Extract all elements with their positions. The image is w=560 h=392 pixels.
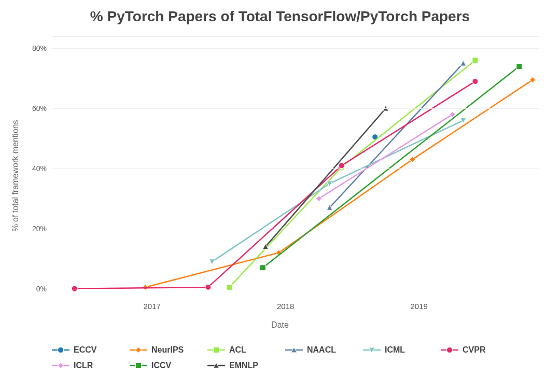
svg-point-24	[58, 347, 64, 353]
y-tick-label: 20%	[0, 225, 47, 233]
chart-legend: ECCV NeurIPS ACL NAACL ICML CVPR ICLR IC…	[52, 342, 539, 373]
legend-item-iccv[interactable]: ICCV	[130, 358, 207, 373]
series-line	[212, 120, 463, 261]
series-naacl[interactable]	[327, 61, 466, 211]
chart-root: % PyTorch Papers of Total TensorFlow/PyT…	[0, 0, 560, 392]
series-cvpr[interactable]	[72, 78, 478, 291]
svg-marker-26	[136, 347, 142, 353]
svg-marker-9	[460, 61, 466, 66]
legend-label: ACL	[229, 345, 246, 355]
series-line	[319, 115, 453, 199]
legend-label: CVPR	[463, 345, 485, 355]
series-emnlp[interactable]	[263, 106, 389, 249]
series-line	[263, 66, 519, 268]
series-iclr[interactable]	[316, 111, 456, 201]
gridline-h	[52, 289, 539, 289]
data-point[interactable]	[472, 78, 478, 84]
legend-label: EMNLP	[229, 361, 258, 370]
legend-item-naacl[interactable]: NAACL	[285, 342, 363, 358]
y-axis-label: % of total framework mentions	[11, 108, 20, 243]
y-tick-label: 60%	[0, 104, 47, 113]
gridline-h	[52, 48, 539, 49]
legend-marker-icon	[207, 361, 225, 370]
legend-label: ICML	[385, 345, 405, 355]
svg-rect-19	[260, 265, 265, 271]
x-tick-label: 2019	[411, 302, 428, 311]
svg-point-16	[472, 78, 478, 84]
svg-point-34	[447, 347, 453, 353]
legend-item-icml[interactable]: ICML	[363, 342, 441, 358]
plot-area	[52, 36, 539, 301]
svg-rect-28	[214, 347, 219, 353]
svg-rect-7	[472, 58, 478, 63]
series-line	[230, 60, 475, 287]
svg-marker-10	[209, 259, 215, 264]
legend-marker-icon	[363, 346, 381, 354]
svg-marker-36	[58, 363, 64, 369]
legend-item-iclr[interactable]: ICLR	[52, 358, 130, 373]
gridline-h	[52, 229, 539, 229]
legend-marker-icon	[130, 361, 147, 370]
data-point[interactable]	[339, 163, 344, 169]
legend-label: ICCV	[151, 361, 171, 370]
legend-marker-icon	[441, 346, 458, 354]
series-icml[interactable]	[209, 118, 466, 264]
legend-item-cvpr[interactable]: CVPR	[441, 342, 519, 358]
chart-title: % PyTorch Papers of Total TensorFlow/PyT…	[0, 8, 560, 25]
legend-item-neurips[interactable]: NeurIPS	[130, 342, 207, 358]
legend-label: NeurIPS	[151, 345, 184, 355]
legend-item-eccv[interactable]: ECCV	[52, 342, 130, 358]
series-line	[145, 80, 533, 287]
x-ticks: 201720182019	[52, 302, 539, 314]
series-line	[330, 63, 464, 207]
x-axis-label: Date	[0, 320, 560, 330]
x-tick-label: 2018	[277, 302, 294, 311]
svg-rect-38	[136, 363, 142, 369]
y-tick-label: 0%	[0, 285, 47, 293]
x-tick-label: 2017	[143, 302, 160, 311]
data-point[interactable]	[516, 63, 522, 69]
data-point[interactable]	[460, 118, 466, 123]
legend-marker-icon	[130, 346, 147, 354]
y-tick-label: 80%	[0, 44, 47, 52]
y-tick-label: 40%	[0, 164, 47, 173]
data-point[interactable]	[460, 61, 466, 66]
svg-marker-12	[460, 118, 466, 123]
gridline-h	[52, 169, 539, 169]
data-point[interactable]	[260, 265, 265, 271]
svg-rect-20	[516, 63, 522, 69]
legend-item-emnlp[interactable]: EMNLP	[207, 358, 285, 373]
legend-marker-icon	[207, 346, 225, 354]
data-point[interactable]	[472, 58, 478, 63]
svg-point-15	[339, 163, 344, 169]
legend-marker-icon	[52, 361, 69, 370]
legend-marker-icon	[285, 346, 303, 354]
series-neurips[interactable]	[143, 77, 536, 290]
legend-label: NAACL	[307, 345, 336, 355]
series-line	[265, 108, 386, 247]
legend-label: ICLR	[74, 361, 93, 370]
legend-label: ECCV	[74, 345, 96, 355]
gridline-h	[52, 108, 539, 109]
series-iccv[interactable]	[260, 63, 522, 270]
legend-item-acl[interactable]: ACL	[207, 342, 285, 358]
data-point[interactable]	[209, 259, 215, 264]
legend-marker-icon	[52, 346, 69, 354]
series-acl[interactable]	[227, 58, 478, 290]
